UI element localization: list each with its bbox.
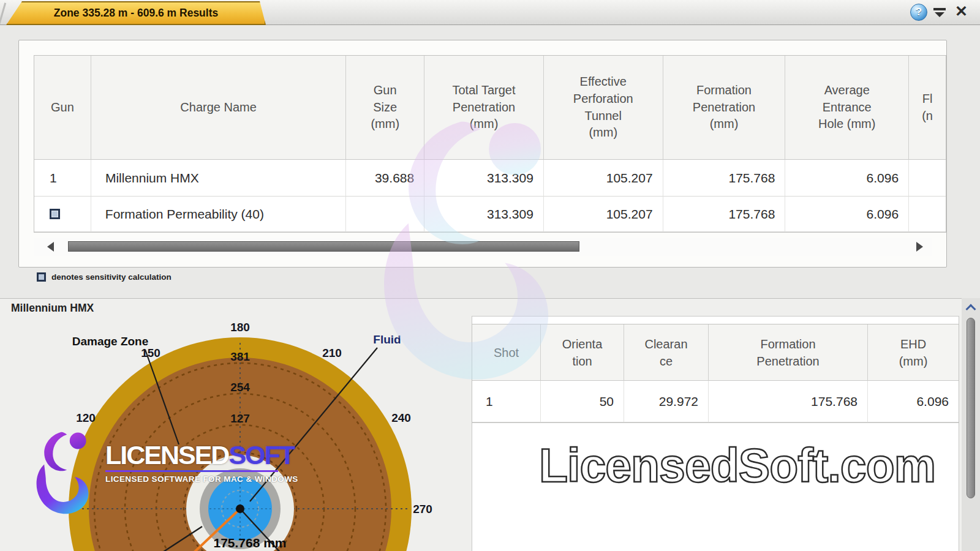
penetration-value-label: 175.768 mm (213, 536, 286, 550)
cell-average-entrance-hole: 6.096 (785, 197, 909, 232)
shot-header-row: Shot Orienta tion Clearan ce Formation P… (472, 324, 959, 381)
angle-label-120: 120 (76, 411, 96, 424)
angle-label-150: 150 (141, 347, 160, 359)
col-orientation: Orienta tion (541, 324, 624, 381)
results-groupbox: Gun Charge Name Gun Size (mm) Total Targ… (18, 40, 947, 268)
col-gun: Gun (34, 56, 91, 160)
chevron-down-icon (935, 12, 944, 17)
gun-center-dot (236, 504, 244, 513)
col-average-entrance-hole: Average Entrance Hole (mm) (785, 56, 909, 160)
help-icon[interactable]: ? (910, 4, 927, 21)
angle-label-270: 270 (413, 503, 432, 515)
scroll-up-icon[interactable] (966, 304, 976, 315)
radial-tick: 127 (230, 412, 250, 425)
sensitivity-legend-icon (37, 272, 46, 282)
angle-label-180: 180 (230, 321, 250, 334)
cell-gun-size (346, 197, 424, 232)
scrollbar-thumb[interactable] (967, 318, 975, 498)
cell-truncated (909, 160, 946, 197)
col-formation-penetration: Formation Penetration (mm) (663, 56, 786, 160)
tab-strip-edge (0, 2, 6, 25)
tab-title: Zone 335.28 m - 609.6 m Results (54, 7, 218, 20)
angle-label-240: 240 (391, 411, 411, 424)
shot-panel: Shot Orienta tion Clearan ce Formation P… (472, 316, 959, 551)
cell-charge-name: Formation Permeability (40) (91, 197, 346, 232)
close-icon[interactable]: ✕ (955, 2, 968, 20)
col-clearance: Clearan ce (624, 324, 709, 381)
results-window: Zone 335.28 m - 609.6 m Results ? ✕ Gun … (0, 0, 980, 551)
cell-shot: 1 (472, 381, 541, 422)
col-formation-penetration: Formation Penetration (709, 324, 868, 381)
cell-effective-perforation-tunnel: 105.207 (544, 197, 663, 232)
fluid-label: Fluid (373, 333, 401, 346)
cell-charge-name: Millennium HMX (91, 160, 346, 197)
cell-formation-penetration: 175.768 (663, 197, 786, 232)
sensitivity-legend: denotes sensitivity calculation (37, 272, 172, 282)
shot-table: Shot Orienta tion Clearan ce Formation P… (472, 324, 959, 423)
tab-bar: Zone 335.28 m - 609.6 m Results ? ✕ (0, 0, 980, 25)
perforation-polar-chart: 381 254 127 180 150 210 120 240 270 Dama… (0, 299, 472, 551)
col-total-target-penetration: Total Target Penetration (mm) (424, 56, 544, 160)
scrollbar-thumb[interactable] (68, 241, 579, 252)
horizontal-scrollbar[interactable] (34, 238, 932, 256)
cell-effective-perforation-tunnel: 105.207 (544, 160, 663, 197)
window-position-bar (933, 8, 946, 10)
cell-total-target-penetration: 313.309 (424, 197, 544, 232)
sensitivity-legend-label: denotes sensitivity calculation (51, 272, 172, 282)
cell-clearance: 29.972 (624, 381, 709, 422)
col-gun-size: Gun Size (mm) (346, 56, 424, 160)
col-ehd: EHD (mm) (868, 324, 959, 381)
damage-zone-label: Damage Zone (72, 335, 149, 348)
tab-zone-results[interactable]: Zone 335.28 m - 609.6 m Results (6, 1, 266, 25)
detail-panel: Millennium HMX (0, 298, 980, 551)
cell-gun-size: 39.688 (346, 160, 424, 197)
cell-orientation: 50 (541, 381, 624, 422)
scroll-left-icon[interactable] (47, 242, 54, 252)
col-truncated: Fl (n (909, 56, 946, 160)
radial-tick: 254 (230, 381, 250, 394)
cell-gun: 1 (34, 160, 91, 197)
cell-gun (34, 197, 91, 232)
cell-formation-penetration: 175.768 (709, 381, 868, 422)
radial-tick: 381 (230, 350, 250, 363)
results-panel: Gun Charge Name Gun Size (mm) Total Targ… (0, 25, 980, 298)
angle-label-210: 210 (322, 347, 342, 359)
col-effective-perforation-tunnel: Effective Perforation Tunnel (mm) (544, 56, 663, 160)
table-row[interactable]: 1 50 29.972 175.768 6.096 (472, 381, 959, 422)
cell-formation-penetration: 175.768 (663, 160, 786, 197)
cell-truncated (909, 197, 946, 232)
cell-average-entrance-hole: 6.096 (785, 160, 909, 197)
table-row[interactable]: 1 Millennium HMX 39.688 313.309 105.207 … (34, 160, 946, 197)
results-table: Gun Charge Name Gun Size (mm) Total Targ… (34, 55, 946, 233)
vertical-scrollbar[interactable] (962, 298, 980, 551)
col-shot: Shot (472, 324, 541, 381)
scroll-right-icon[interactable] (916, 242, 923, 252)
results-header-row: Gun Charge Name Gun Size (mm) Total Targ… (34, 56, 946, 160)
col-charge-name: Charge Name (91, 56, 346, 160)
cell-total-target-penetration: 313.309 (424, 160, 544, 197)
sensitivity-marker-icon (50, 209, 60, 219)
table-row[interactable]: Formation Permeability (40) 313.309 105.… (34, 197, 946, 232)
cell-ehd: 6.096 (868, 381, 959, 422)
window-position-icon[interactable] (933, 8, 946, 17)
